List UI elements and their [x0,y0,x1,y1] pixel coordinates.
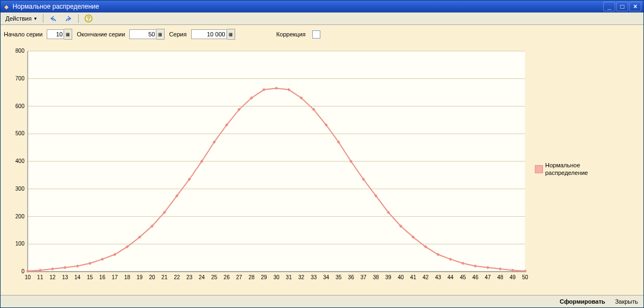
svg-text:30: 30 [273,274,280,280]
svg-text:10: 10 [24,274,31,280]
svg-text:49: 49 [510,274,516,280]
svg-text:800: 800 [15,48,24,54]
svg-text:100: 100 [15,241,24,247]
start-series-stepper[interactable]: ▦ [64,29,72,40]
svg-text:31: 31 [286,274,292,280]
svg-text:35: 35 [336,274,342,280]
maximize-button[interactable]: □ [616,2,628,11]
end-series-input[interactable] [129,29,156,39]
svg-text:500: 500 [15,130,24,136]
svg-text:21: 21 [161,274,168,280]
app-window: ◆ Нормальное распределение _ □ × Действи… [0,0,644,308]
svg-text:13: 13 [62,274,68,280]
svg-text:33: 33 [311,274,317,280]
svg-text:16: 16 [99,274,106,280]
svg-text:39: 39 [386,274,392,280]
end-series-stepper[interactable]: ▦ [156,29,165,40]
chart-container: 0100200300400500600700800101112131415161… [1,43,643,295]
svg-text:600: 600 [15,103,24,109]
window-title: Нормальное распределение [12,3,603,10]
help-icon: ? [84,14,93,23]
svg-text:37: 37 [361,274,367,280]
start-series-input[interactable] [47,29,64,39]
start-series-field: ▦ [47,29,72,39]
svg-text:700: 700 [15,76,24,81]
actions-menu-label: Действия [5,15,31,22]
correction-label: Коррекция [276,31,306,37]
svg-text:0: 0 [21,268,24,274]
close-window-button[interactable]: Закрыть [613,297,640,306]
titlebar: ◆ Нормальное распределение _ □ × [1,1,643,12]
svg-text:22: 22 [174,274,180,280]
svg-text:200: 200 [15,213,24,219]
start-series-label: Начало серии [4,31,42,37]
svg-text:23: 23 [186,274,193,280]
app-icon: ◆ [3,3,10,10]
series-stepper[interactable]: ▦ [227,29,235,40]
correction-checkbox[interactable] [312,30,320,39]
svg-text:42: 42 [422,274,429,280]
svg-text:38: 38 [373,274,380,280]
svg-text:41: 41 [410,274,416,280]
chart-area: 0100200300400500600700800101112131415161… [4,46,533,293]
svg-text:14: 14 [74,274,81,280]
redo-icon [64,14,73,23]
svg-text:25: 25 [211,274,218,280]
legend-swatch [535,165,543,173]
svg-text:28: 28 [249,274,255,280]
toolbar-separator [43,14,43,23]
legend-label: Нормальное распределение [545,162,588,176]
svg-text:15: 15 [87,274,93,280]
svg-text:32: 32 [298,274,305,280]
svg-text:?: ? [87,16,90,22]
chart-legend: Нормальное распределение [533,46,640,293]
svg-text:11: 11 [37,274,43,280]
generate-button[interactable]: Сформировать [558,297,608,306]
series-field: ▦ [191,29,235,39]
undo-button[interactable] [46,12,60,24]
svg-text:26: 26 [224,274,230,280]
svg-text:12: 12 [49,274,56,280]
chevron-down-icon: ▼ [33,16,37,21]
close-button[interactable]: × [629,2,641,11]
actions-menu-button[interactable]: Действия ▼ [3,14,40,23]
svg-text:48: 48 [497,274,504,280]
svg-text:36: 36 [348,274,355,280]
toolbar-separator [78,14,79,23]
footer-bar: Сформировать Закрыть [1,295,643,307]
svg-text:47: 47 [485,274,491,280]
svg-text:20: 20 [149,274,155,280]
toolbar: Действия ▼ ? [1,12,643,25]
undo-icon [49,14,58,23]
svg-text:17: 17 [112,274,118,280]
minimize-button[interactable]: _ [603,2,615,11]
window-controls: _ □ × [603,2,641,11]
chart-svg: 0100200300400500600700800101112131415161… [4,46,531,285]
redo-button[interactable] [61,12,75,24]
svg-text:40: 40 [397,274,404,280]
series-input[interactable] [191,29,227,39]
svg-text:400: 400 [15,158,24,164]
series-label: Серия [169,31,186,37]
svg-text:34: 34 [323,274,330,280]
svg-text:50: 50 [522,274,528,280]
svg-text:29: 29 [261,274,268,280]
end-series-label: Окончание серии [77,31,125,37]
svg-text:43: 43 [435,274,441,280]
svg-text:300: 300 [15,186,24,192]
svg-text:45: 45 [460,274,466,280]
svg-text:44: 44 [447,274,454,280]
end-series-field: ▦ [129,29,165,39]
svg-text:27: 27 [236,274,243,280]
svg-text:24: 24 [199,274,205,280]
svg-text:46: 46 [472,274,479,280]
svg-text:19: 19 [137,274,143,280]
parameters-panel: Начало серии ▦ Окончание серии ▦ Серия ▦… [1,25,643,43]
help-button[interactable]: ? [81,12,96,24]
svg-text:18: 18 [124,274,131,280]
